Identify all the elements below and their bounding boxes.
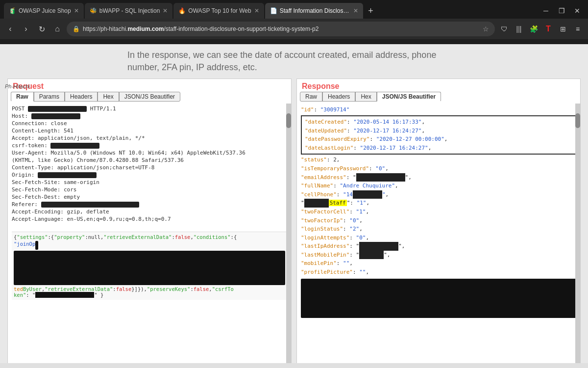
request-tab-headers[interactable]: Headers	[65, 92, 98, 102]
request-scroll-thumb	[286, 113, 291, 128]
request-line-language: Accept-Language: en-US,en;q=0.9,ru;q=0.8…	[12, 216, 287, 222]
request-line-method: POST HTTP/1.1	[12, 105, 287, 112]
tab-title-3: OWASP Top 10 for Web	[188, 7, 251, 14]
home-button[interactable]: ⌂	[51, 23, 64, 35]
response-line-fullname: "fullName": "Andre Chuquiure",	[301, 182, 576, 190]
tab-owasp-top10[interactable]: 🔥 OWASP Top 10 for Web ✕	[173, 3, 264, 19]
request-line-connection: Connection: close	[12, 120, 287, 127]
response-line-dateLastLogin: "dateLastLogin": "2020-12-17 16:24:27",	[305, 144, 572, 153]
response-line-staff: " Staff": "1",	[301, 199, 576, 208]
response-line-dateCreated: "dateCreated": "2020-05-14 16:17:33",	[305, 118, 572, 127]
response-line-dateUpdated: "dateUpdated": "2020-12-17 16:24:27",	[305, 127, 572, 135]
response-line-status: "status": 2,	[301, 156, 576, 164]
response-line-datePasswordExpiry: "datePasswordExpiry": "2020-12-27 00:00:…	[305, 135, 572, 144]
json-line-end: tedByUser,"retrieveExternalData":false}]…	[14, 286, 285, 292]
response-line-twoFactorIp: "twoFactorIp": "0",	[301, 216, 576, 225]
shield-icon: 🛡	[498, 23, 511, 35]
tab-title-2: bWAPP - SQL Injection	[99, 7, 160, 14]
request-scrollbar[interactable]	[286, 104, 291, 368]
response-panel: Response Raw Headers Hex JSON/JS Beautif…	[296, 79, 581, 368]
tab-close-1[interactable]: ✕	[74, 7, 79, 14]
response-line-cellphone: "cellPhone": "14 ",	[301, 190, 576, 199]
grid-icon[interactable]: ⊞	[557, 23, 569, 35]
response-line-lastMobilePin: "lastMobilePin": " ",	[301, 251, 576, 260]
bookmarks-icon[interactable]: |||	[513, 23, 525, 35]
response-line-tempPwd: "isTemporaryPassword": "0",	[301, 164, 576, 173]
main-panels: Request Raw Params Headers Hex JSON/JS B…	[0, 79, 588, 368]
new-tab-button[interactable]: +	[364, 4, 378, 18]
response-tab-beautifier[interactable]: JSON/JS Beautifier	[377, 92, 441, 102]
response-panel-body: "id": "3009714" "dateCreated": "2020-05-…	[297, 104, 580, 368]
request-line-host: Host:	[12, 113, 287, 119]
response-line-email: "emailAddress": " ",	[301, 173, 576, 182]
request-line-referer: Referer:	[12, 201, 287, 208]
window-controls: ─ ❐ ✕	[539, 4, 584, 18]
response-line-twoFactorCell: "twoFactorCell": "1",	[301, 208, 576, 216]
response-line-mobilePin: "mobilePin": "",	[301, 259, 576, 268]
address-bar[interactable]: 🔒 https://ph-hitachi.medium.com/staff-in…	[67, 22, 495, 36]
tab-close-3[interactable]: ✕	[254, 7, 259, 14]
toolbar-right: 🛡 ||| 🧩 T ⊞ ≡	[498, 23, 584, 35]
maximize-button[interactable]: ❐	[555, 4, 568, 18]
tab-favicon-1: 🧃	[9, 7, 16, 14]
forward-button[interactable]: ›	[20, 23, 32, 35]
response-line-loginAttempts: "loginAttempts": "0",	[301, 234, 576, 242]
reload-button[interactable]: ↻	[35, 23, 48, 35]
response-scrollbar[interactable]	[575, 104, 580, 368]
request-line-csrf: csrf-token:	[12, 142, 287, 149]
response-scroll-thumb	[575, 113, 580, 128]
page-content: In the response, we can see the date of …	[0, 44, 588, 368]
profile-icon[interactable]: T	[542, 23, 555, 35]
address-bar-row: ‹ › ↻ ⌂ 🔒 https://ph-hitachi.medium.com/…	[0, 19, 588, 39]
close-window-button[interactable]: ✕	[570, 4, 584, 18]
request-panel-title: Request	[8, 79, 291, 92]
request-tab-hex[interactable]: Hex	[98, 92, 119, 102]
request-panel-body: POST HTTP/1.1 Host: Connection: close Co…	[8, 104, 291, 368]
response-line-loginStatus: "loginStatus": "2",	[301, 225, 576, 234]
request-line-encoding: Accept-Encoding: gzip, deflate	[12, 209, 287, 215]
response-line-id: "id": "3009714"	[301, 105, 576, 114]
response-tab-raw[interactable]: Raw	[300, 92, 322, 102]
star-icon[interactable]: ☆	[483, 25, 489, 33]
request-line-sec-fetch-site: Sec-Fetch-Site: same-origin	[12, 179, 287, 185]
back-button[interactable]: ‹	[4, 23, 17, 35]
json-redacted-block	[14, 251, 285, 285]
minimize-button[interactable]: ─	[539, 4, 553, 18]
response-tabs-row: Raw Headers Hex JSON/JS Beautifier	[297, 92, 580, 104]
request-tab-params[interactable]: Params	[34, 92, 65, 102]
extensions-icon[interactable]: 🧩	[527, 23, 540, 35]
tab-close-4[interactable]: ✕	[353, 7, 358, 14]
tab-favicon-3: 🔥	[178, 7, 185, 14]
request-line-sec-fetch-dest: Sec-Fetch-Dest: empty	[12, 194, 287, 200]
request-line-accept: Accept: application/json, text/plain, */…	[12, 135, 287, 141]
article-header: In the response, we can see the date of …	[0, 44, 588, 79]
tab-staff-info[interactable]: 📄 Staff Information Disclosure on ✕	[265, 3, 363, 19]
tab-bwapp[interactable]: 🐝 bWAPP - SQL Injection ✕	[85, 3, 173, 19]
request-line-sec-fetch-mode: Sec-Fetch-Mode: cors	[12, 186, 287, 193]
menu-icon[interactable]: ≡	[571, 23, 584, 35]
request-line-ua-cont: (KHTML, like Gecko) Chrome/87.0.4280.88 …	[12, 157, 287, 163]
tab-close-2[interactable]: ✕	[163, 7, 168, 14]
tab-bar: 🧃 OWASP Juice Shop ✕ 🐝 bWAPP - SQL Injec…	[0, 0, 588, 19]
request-line-content-type: Content-Type: application/json;charset=U…	[12, 164, 287, 171]
json-line-1: {"settings":{"property":null,"retrieveEx…	[14, 234, 285, 240]
response-line-lastIp: "lastIpAddress": " ",	[301, 242, 576, 251]
request-json-body: {"settings":{"property":null,"retrieveEx…	[12, 232, 287, 300]
request-line-content-length: Content-Length: 541	[12, 128, 287, 134]
request-panel: Request Raw Params Headers Hex JSON/JS B…	[7, 79, 292, 368]
json-line-2: "joinOp	[14, 240, 285, 250]
response-tab-hex[interactable]: Hex	[355, 92, 376, 102]
article-header-text: In the response, we can see the date of …	[127, 49, 461, 74]
request-tab-beautifier[interactable]: JSON/JS Beautifier	[119, 92, 180, 102]
staff-highlight: Staff	[329, 200, 347, 206]
response-tab-headers[interactable]: Headers	[322, 92, 355, 102]
request-tab-raw[interactable]: Raw	[11, 92, 34, 102]
url-display: https://ph-hitachi.medium.com/staff-info…	[83, 26, 480, 32]
lock-icon: 🔒	[73, 26, 80, 32]
tab-favicon-2: 🐝	[90, 7, 97, 14]
response-line-profilePicture: "profilePicture": "",	[301, 268, 576, 277]
tab-owasp-juice-shop[interactable]: 🧃 OWASP Juice Shop ✕	[4, 3, 84, 19]
page-horizontal-scrollbar[interactable]	[0, 363, 588, 368]
response-highlighted-dates: "dateCreated": "2020-05-14 16:17:33", "d…	[301, 115, 576, 155]
response-bottom-redacted	[301, 279, 576, 318]
